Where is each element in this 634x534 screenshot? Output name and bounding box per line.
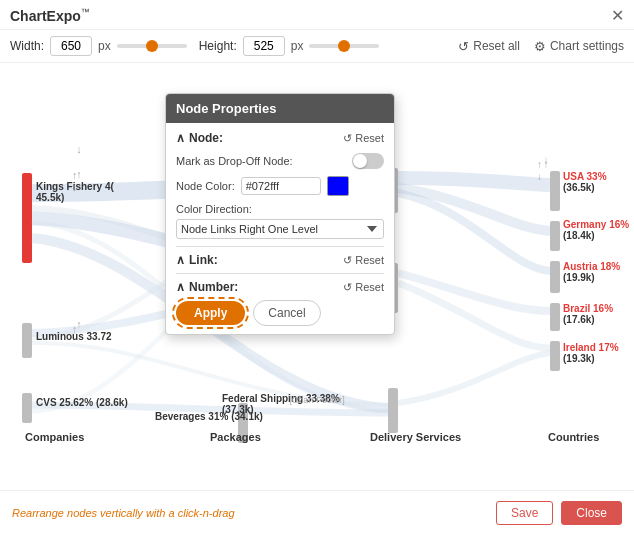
node-section-title: ∧ Node: <box>176 131 223 145</box>
close-app-button[interactable]: ✕ <box>611 6 624 25</box>
reset-all-button[interactable]: ↺ Reset all <box>458 39 520 54</box>
width-slider-thumb <box>146 40 158 52</box>
number-section-label: Number: <box>189 280 238 294</box>
svg-rect-0 <box>22 173 32 263</box>
app-title-sup: ™ <box>81 7 90 17</box>
node-color-swatch[interactable] <box>327 176 349 196</box>
node-color-input[interactable] <box>241 177 321 195</box>
reset-all-label: Reset all <box>473 39 520 53</box>
modal-header: Node Properties <box>166 94 394 123</box>
country-label-germany: Germany 16%(18.4k) <box>563 219 629 241</box>
toggle-knob <box>353 154 367 168</box>
reset-node-icon: ↺ <box>343 132 352 145</box>
svg-rect-2 <box>22 393 32 423</box>
country-label-brazil: Brazil 16%(17.6k) <box>563 303 613 325</box>
reset-link-icon: ↺ <box>343 254 352 267</box>
app-title-text: ChartExpo <box>10 8 81 24</box>
link-section-title: ∧ Link: <box>176 253 218 267</box>
footer-actions: Save Close <box>496 501 622 525</box>
footer: Rearrange nodes vertically with a click-… <box>0 490 634 534</box>
drop-off-label: Mark as Drop-Off Node: <box>176 155 293 167</box>
node-section-label: Node: <box>189 131 223 145</box>
link-reset-button[interactable]: ↺ Reset <box>343 254 384 267</box>
reset-icon: ↺ <box>458 39 469 54</box>
divider-2 <box>176 273 384 274</box>
svg-text:↑: ↑ <box>544 159 549 170</box>
chart-footer-label: [Chart Footer] <box>289 395 345 405</box>
svg-rect-1 <box>22 323 32 358</box>
modal-body: ∧ Node: ↺ Reset Mark as Drop-Off Node: <box>166 123 394 334</box>
footer-hint: Rearrange nodes vertically with a click-… <box>12 507 496 519</box>
app-header: ChartExpo™ ✕ <box>0 0 634 30</box>
apply-cancel-row: Apply Cancel <box>176 300 384 326</box>
node-color-label: Node Color: <box>176 180 235 192</box>
number-reset-button[interactable]: ↺ Reset <box>343 281 384 294</box>
node-properties-modal: Node Properties ∧ Node: ↺ Reset Mark as … <box>165 93 395 335</box>
width-group: Width: px <box>10 36 187 56</box>
number-reset-label: Reset <box>355 281 384 293</box>
link-section-row: ∧ Link: ↺ Reset <box>176 253 384 267</box>
height-slider[interactable] <box>309 44 379 48</box>
toolbar-right: ↺ Reset all ⚙ Chart settings <box>458 39 624 54</box>
number-section-title: ∧ Number: <box>176 280 238 294</box>
arrow-up-2: ↑ <box>72 323 78 335</box>
height-label: Height: <box>199 39 237 53</box>
settings-icon: ⚙ <box>534 39 546 54</box>
toolbar: Width: px Height: px ↺ Reset all ⚙ Chart… <box>0 30 634 63</box>
height-unit: px <box>291 39 304 53</box>
svg-rect-7 <box>550 171 560 211</box>
apply-button[interactable]: Apply <box>176 301 245 325</box>
cancel-button[interactable]: Cancel <box>253 300 320 326</box>
svg-rect-11 <box>550 341 560 371</box>
node-reset-button[interactable]: ↺ Reset <box>343 132 384 145</box>
node-reset-label: Reset <box>355 132 384 144</box>
svg-text:↓: ↓ <box>76 143 82 155</box>
reset-number-icon: ↺ <box>343 281 352 294</box>
col-label-packages: Packages <box>210 431 261 443</box>
col-label-delivery: Delivery Services <box>370 431 461 443</box>
col-label-countries: Countries <box>548 431 599 443</box>
drop-off-toggle[interactable] <box>352 153 384 169</box>
arrow-down-right: ↓ <box>537 171 542 182</box>
drop-off-row: Mark as Drop-Off Node: <box>176 153 384 169</box>
arrow-down-1: ↓ <box>72 181 78 193</box>
footer-save-button[interactable]: Save <box>496 501 553 525</box>
color-direction-row: Color Direction: Node Links Right One Le… <box>176 203 384 239</box>
chart-settings-button[interactable]: ⚙ Chart settings <box>534 39 624 54</box>
country-label-austria: Austria 18%(19.9k) <box>563 261 620 283</box>
width-slider[interactable] <box>117 44 187 48</box>
chart-settings-label: Chart settings <box>550 39 624 53</box>
app-title: ChartExpo™ <box>10 7 90 24</box>
link-reset-label: Reset <box>355 254 384 266</box>
width-input[interactable] <box>50 36 92 56</box>
link-section-label: Link: <box>189 253 218 267</box>
main-chart-area: ↑ ↑ ↓ ↑ ↓ Kings Fishery 4(45.5k) Luminou… <box>0 63 634 453</box>
chevron-link-icon: ∧ <box>176 253 185 267</box>
width-label: Width: <box>10 39 44 53</box>
width-unit: px <box>98 39 111 53</box>
svg-rect-8 <box>550 221 560 251</box>
node-color-row: Node Color: <box>176 176 384 196</box>
col-label-companies: Companies <box>25 431 84 443</box>
height-input[interactable] <box>243 36 285 56</box>
number-section-row: ∧ Number: ↺ Reset <box>176 280 384 294</box>
country-label-ireland: Ireland 17%(19.3k) <box>563 342 619 364</box>
color-direction-select[interactable]: Node Links Right One Level Node Links Le… <box>176 219 384 239</box>
node-section-row: ∧ Node: ↺ Reset <box>176 131 384 145</box>
country-label-usa: USA 33%(36.5k) <box>563 171 607 193</box>
chevron-down-icon: ∧ <box>176 131 185 145</box>
svg-rect-9 <box>550 261 560 293</box>
arrow-up-1: ↑ <box>72 169 78 181</box>
node-label-cvs: CVS 25.62% (28.6k) <box>36 397 128 408</box>
footer-close-button[interactable]: Close <box>561 501 622 525</box>
svg-text:↓: ↓ <box>544 154 549 165</box>
divider-1 <box>176 246 384 247</box>
height-slider-thumb <box>338 40 350 52</box>
svg-rect-10 <box>550 303 560 331</box>
arrow-up-right: ↑ <box>537 159 542 170</box>
svg-rect-6 <box>388 388 398 433</box>
height-group: Height: px <box>199 36 380 56</box>
color-direction-label: Color Direction: <box>176 203 252 215</box>
chevron-number-icon: ∧ <box>176 280 185 294</box>
